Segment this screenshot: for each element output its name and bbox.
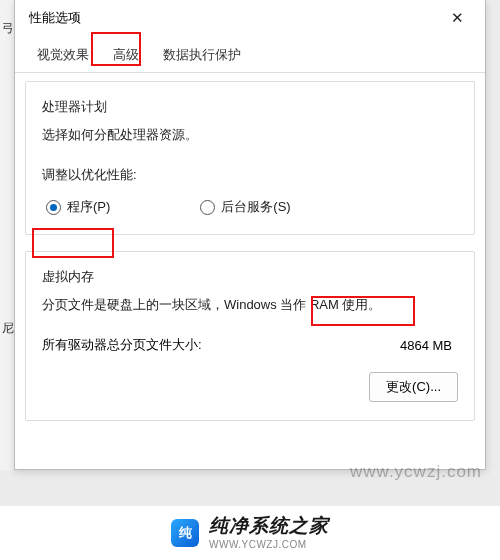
radio-programs[interactable]: 程序(P) (46, 198, 110, 216)
vm-group-desc: 分页文件是硬盘上的一块区域，Windows 当作 RAM 使用。 (42, 296, 458, 314)
change-button[interactable]: 更改(C)... (369, 372, 458, 402)
vm-size-value: 4864 MB (394, 338, 458, 353)
close-button[interactable]: ✕ (437, 3, 477, 33)
footer-brand-cn: 纯净系统之家 (209, 516, 329, 537)
radio-icon-checked (46, 200, 61, 215)
processor-group-title: 处理器计划 (42, 98, 458, 116)
bg-char-2: 尼 (2, 320, 14, 337)
vm-size-row: 所有驱动器总分页文件大小: 4864 MB (42, 336, 458, 354)
virtual-memory-group: 虚拟内存 分页文件是硬盘上的一块区域，Windows 当作 RAM 使用。 所有… (25, 251, 475, 421)
window-title: 性能选项 (29, 9, 81, 27)
footer-logo-icon: 纯 (171, 519, 199, 547)
radio-icon-unchecked (200, 200, 215, 215)
close-icon: ✕ (451, 9, 464, 27)
radio-programs-label: 程序(P) (67, 198, 110, 216)
tab-advanced[interactable]: 高级 (101, 40, 151, 72)
bg-char-1: 弓 (2, 20, 14, 37)
processor-group-desc: 选择如何分配处理器资源。 (42, 126, 458, 144)
vm-size-label: 所有驱动器总分页文件大小: (42, 336, 202, 354)
footer-branding: 纯 纯净系统之家 WWW.YCWZJ.COM (0, 505, 500, 560)
dialog-content: 处理器计划 选择如何分配处理器资源。 调整以优化性能: 程序(P) 后台服务(S… (15, 73, 485, 447)
adjust-label: 调整以优化性能: (42, 166, 458, 184)
titlebar: 性能选项 ✕ (15, 0, 485, 36)
background-window-strip: 弓 尼 (0, 0, 14, 470)
radio-services-label: 后台服务(S) (221, 198, 290, 216)
footer-brand-en: WWW.YCWZJ.COM (209, 539, 329, 550)
radio-row: 程序(P) 后台服务(S) (42, 198, 458, 216)
performance-options-dialog: 性能选项 ✕ 视觉效果 高级 数据执行保护 处理器计划 选择如何分配处理器资源。… (14, 0, 486, 470)
tab-bar: 视觉效果 高级 数据执行保护 (15, 36, 485, 73)
processor-scheduling-group: 处理器计划 选择如何分配处理器资源。 调整以优化性能: 程序(P) 后台服务(S… (25, 81, 475, 235)
radio-background-services[interactable]: 后台服务(S) (200, 198, 290, 216)
tab-visual-effects[interactable]: 视觉效果 (25, 40, 101, 72)
tab-dep[interactable]: 数据执行保护 (151, 40, 253, 72)
vm-group-title: 虚拟内存 (42, 268, 458, 286)
